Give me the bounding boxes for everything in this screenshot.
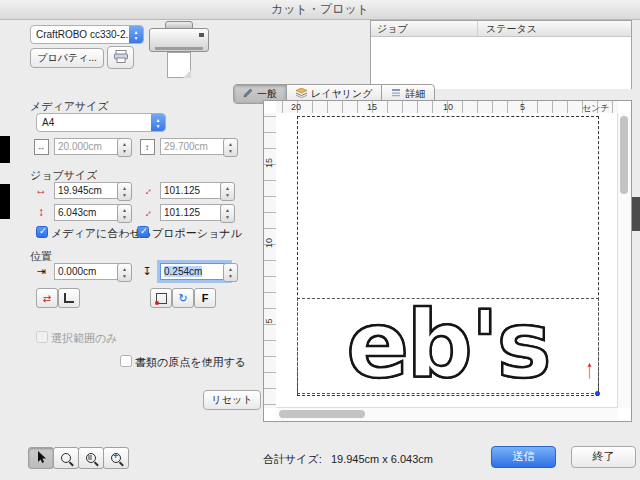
media-width-field: 20.000cm bbox=[54, 138, 123, 155]
printer-utility-button[interactable] bbox=[107, 46, 134, 69]
media-height-icon bbox=[139, 139, 155, 155]
height-arrow-icon bbox=[33, 204, 49, 220]
horizontal-scrollbar-thumb[interactable] bbox=[279, 410, 365, 418]
cursor-icon bbox=[36, 451, 47, 466]
job-list-body[interactable] bbox=[371, 37, 631, 89]
fit-to-media-checkbox[interactable] bbox=[36, 226, 48, 238]
total-size-label: 合計サイズ: bbox=[263, 453, 322, 465]
h-ruler-tick: 5 bbox=[520, 102, 525, 112]
width-arrow-icon bbox=[33, 182, 49, 198]
plotter-slot bbox=[155, 47, 203, 50]
media-width-value: 20.000cm bbox=[58, 141, 102, 152]
layers-icon bbox=[296, 88, 307, 100]
selection-only-label: 選択範囲のみ bbox=[51, 331, 118, 346]
tab-layering-label: レイヤリング bbox=[311, 87, 372, 101]
quit-button[interactable]: 終了 bbox=[571, 446, 636, 468]
width-scale-value: 101.125 bbox=[164, 185, 200, 196]
zoom-to-page-button[interactable] bbox=[78, 447, 104, 469]
origin-dot bbox=[595, 391, 600, 396]
reset-button-label: リセット bbox=[212, 394, 253, 405]
position-y-field[interactable]: 0.254cm bbox=[160, 263, 229, 280]
job-width-field[interactable]: 19.945cm bbox=[54, 182, 123, 199]
feed-direction-arrow: ↑ bbox=[586, 354, 593, 384]
origin-icon bbox=[156, 293, 167, 304]
background-artifact bbox=[0, 184, 10, 219]
device-select-value: CraftROBO cc330-2... bbox=[31, 29, 129, 40]
media-preset-select[interactable]: A4 bbox=[36, 113, 166, 132]
media-height-field: 29.700cm bbox=[160, 138, 229, 155]
status-column-header[interactable]: ステータス bbox=[478, 21, 631, 36]
h-ruler-tick: 15 bbox=[367, 102, 377, 112]
v-ruler-tick: 10 bbox=[264, 236, 274, 250]
h-ruler-tick: 10 bbox=[443, 102, 453, 112]
job-column-header[interactable]: ジョブ bbox=[371, 21, 478, 36]
horizontal-scrollbar[interactable] bbox=[276, 407, 618, 421]
corner-position-button[interactable] bbox=[58, 288, 80, 308]
media-width-stepper bbox=[117, 138, 132, 157]
media-size-title: メディアサイズ bbox=[30, 99, 109, 114]
pointer-tool-button[interactable] bbox=[28, 447, 54, 469]
job-width-stepper[interactable] bbox=[117, 182, 132, 201]
position-title: 位置 bbox=[30, 249, 52, 264]
media-preset-value: A4 bbox=[37, 117, 151, 128]
plotter-paper-fold bbox=[183, 70, 191, 78]
width-scale-stepper[interactable] bbox=[220, 182, 235, 201]
h-ruler-tick: 20 bbox=[291, 102, 301, 112]
mirror-f-label: F bbox=[202, 292, 209, 304]
width-scale-field[interactable]: 101.125 bbox=[160, 182, 226, 199]
width-scale-icon bbox=[139, 182, 155, 198]
interactive-position-button[interactable] bbox=[36, 288, 58, 308]
plotter-image bbox=[147, 21, 213, 81]
mirror-button[interactable]: F bbox=[194, 288, 216, 308]
plotter-button bbox=[199, 33, 204, 37]
position-y-icon bbox=[139, 263, 155, 279]
proportional-label: プロポーショナル bbox=[152, 226, 242, 241]
job-boundary: eb's bbox=[297, 298, 599, 394]
reset-button[interactable]: リセット bbox=[203, 390, 261, 410]
diagonal-arrows-icon bbox=[43, 293, 51, 304]
magnifier-icon bbox=[61, 453, 71, 463]
job-height-field[interactable]: 6.043cm bbox=[54, 204, 123, 221]
proportional-checkbox[interactable] bbox=[137, 226, 149, 238]
job-status-panel: ジョブ ステータス bbox=[370, 20, 632, 89]
background-artifact bbox=[632, 197, 640, 231]
position-y-value: 0.254cm bbox=[164, 266, 202, 277]
origin-point-button[interactable] bbox=[150, 288, 172, 308]
job-size-title: ジョブサイズ bbox=[30, 168, 98, 183]
vertical-scrollbar-thumb[interactable] bbox=[620, 116, 628, 194]
send-button[interactable]: 送信 bbox=[491, 446, 556, 468]
corner-icon bbox=[64, 293, 74, 303]
design-artwork[interactable]: eb's bbox=[346, 300, 549, 392]
device-select[interactable]: CraftROBO cc330-2... bbox=[30, 25, 144, 44]
total-size-value: 19.945cm x 6.043cm bbox=[331, 453, 433, 465]
preview-panel: 20 15 10 5 センチ 15 10 5 eb's ↑ bbox=[263, 100, 632, 422]
window-titlebar[interactable]: カット・プロット bbox=[0, 0, 640, 20]
vertical-scrollbar[interactable] bbox=[617, 113, 631, 408]
position-x-stepper[interactable] bbox=[117, 263, 132, 282]
preview-canvas[interactable]: eb's ↑ bbox=[276, 113, 618, 408]
selection-only-checkbox bbox=[36, 331, 48, 343]
detail-list-icon bbox=[391, 88, 401, 100]
position-x-value: 0.000cm bbox=[58, 266, 96, 277]
chevron-updown-icon bbox=[129, 26, 143, 43]
position-y-stepper[interactable] bbox=[223, 263, 238, 282]
tab-advanced-label: 詳細 bbox=[405, 87, 425, 101]
properties-button[interactable]: プロパティ... bbox=[30, 48, 104, 68]
height-scale-field[interactable]: 101.125 bbox=[160, 204, 226, 221]
job-height-value: 6.043cm bbox=[58, 207, 96, 218]
cut-plot-dialog: カット・プロット CraftROBO cc330-2... プロパティ... ジ… bbox=[0, 0, 640, 480]
chevron-updown-icon bbox=[151, 114, 165, 131]
media-height-value: 29.700cm bbox=[164, 141, 208, 152]
height-scale-stepper[interactable] bbox=[220, 204, 235, 223]
zoom-in-button[interactable] bbox=[103, 447, 129, 469]
media-width-icon bbox=[33, 139, 49, 155]
window-title: カット・プロット bbox=[271, 2, 369, 16]
rotate-button[interactable] bbox=[172, 288, 194, 308]
magnifier-page-icon bbox=[86, 453, 96, 463]
job-height-stepper[interactable] bbox=[117, 204, 132, 223]
use-document-origin-checkbox[interactable] bbox=[120, 355, 132, 367]
zoom-tool-button[interactable] bbox=[53, 447, 79, 469]
total-size: 合計サイズ: 19.945cm x 6.043cm bbox=[263, 452, 433, 467]
send-button-label: 送信 bbox=[513, 450, 535, 462]
position-x-field[interactable]: 0.000cm bbox=[54, 263, 123, 280]
